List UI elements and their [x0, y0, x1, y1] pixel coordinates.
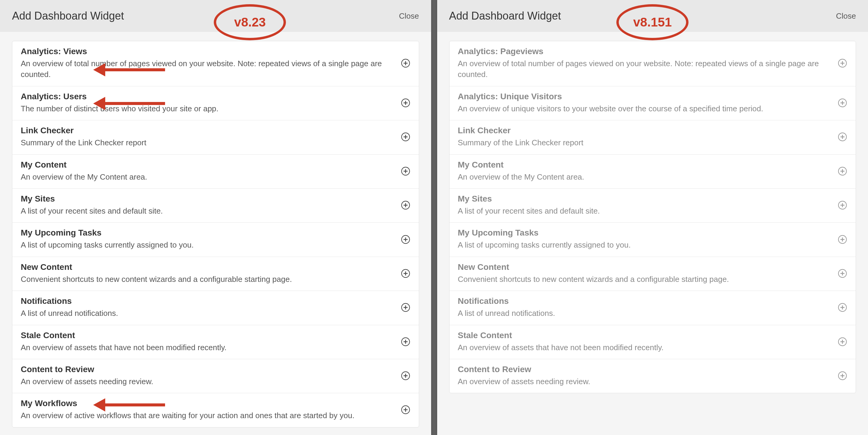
widget-list: Analytics: PageviewsAn overview of total…	[449, 41, 856, 393]
widget-row[interactable]: My SitesA list of your recent sites and …	[12, 188, 419, 223]
modal-header: Add Dashboard Widget Close	[437, 0, 868, 32]
add-circle-icon[interactable]	[401, 337, 410, 347]
widget-title: Content to Review	[21, 365, 395, 374]
add-circle-icon[interactable]	[401, 200, 410, 210]
close-button[interactable]: Close	[836, 11, 856, 21]
widget-row[interactable]: Analytics: Unique VisitorsAn overview of…	[450, 86, 856, 120]
add-circle-icon[interactable]	[838, 269, 847, 278]
widget-text: Analytics: ViewsAn overview of total num…	[21, 47, 395, 80]
add-circle-icon[interactable]	[838, 166, 847, 176]
widget-title: My Upcoming Tasks	[21, 228, 395, 238]
widget-row[interactable]: Stale ContentAn overview of assets that …	[450, 325, 856, 359]
widget-row[interactable]: Analytics: UsersThe number of distinct u…	[12, 86, 419, 120]
add-circle-icon[interactable]	[838, 98, 847, 108]
add-circle-icon[interactable]	[838, 235, 847, 244]
widget-list: Analytics: ViewsAn overview of total num…	[12, 41, 419, 428]
widget-title: Notifications	[21, 296, 395, 306]
widget-row[interactable]: Stale ContentAn overview of assets that …	[12, 325, 419, 359]
add-circle-icon[interactable]	[401, 98, 410, 108]
modal-body: Analytics: ViewsAn overview of total num…	[0, 32, 431, 435]
widget-row[interactable]: Content to ReviewAn overview of assets n…	[12, 359, 419, 393]
add-circle-icon[interactable]	[838, 58, 847, 68]
widget-row[interactable]: Content to ReviewAn overview of assets n…	[450, 359, 856, 393]
widget-text: NotificationsA list of unread notificati…	[458, 296, 832, 319]
widget-text: NotificationsA list of unread notificati…	[21, 296, 395, 319]
widget-row[interactable]: My Upcoming TasksA list of upcoming task…	[12, 223, 419, 257]
add-circle-icon[interactable]	[401, 405, 410, 414]
widget-title: My Workflows	[21, 399, 395, 408]
widget-title: My Upcoming Tasks	[458, 228, 832, 238]
modal-header: Add Dashboard Widget Close	[0, 0, 431, 32]
widget-title: My Content	[458, 160, 832, 170]
widget-text: Content to ReviewAn overview of assets n…	[458, 365, 832, 387]
close-button[interactable]: Close	[399, 11, 419, 21]
add-circle-icon[interactable]	[838, 132, 847, 142]
right-comparison-panel: v8.151 Add Dashboard Widget Close Analyt…	[437, 0, 868, 435]
widget-row[interactable]: My WorkflowsAn overview of active workfl…	[12, 393, 419, 427]
widget-description: An overview of total number of pages vie…	[458, 58, 832, 80]
widget-row[interactable]: Link CheckerSummary of the Link Checker …	[450, 120, 856, 154]
widget-row[interactable]: New ContentConvenient shortcuts to new c…	[450, 257, 856, 291]
widget-title: My Sites	[21, 194, 395, 204]
widget-description: An overview of the My Content area.	[21, 172, 395, 182]
widget-title: New Content	[458, 262, 832, 272]
widget-text: Analytics: Unique VisitorsAn overview of…	[458, 92, 832, 114]
widget-description: Convenient shortcuts to new content wiza…	[21, 274, 395, 285]
widget-text: My ContentAn overview of the My Content …	[458, 160, 832, 182]
widget-row[interactable]: My Upcoming TasksA list of upcoming task…	[450, 223, 856, 257]
widget-description: A list of unread notifications.	[458, 308, 832, 319]
add-circle-icon[interactable]	[401, 269, 410, 278]
modal-title: Add Dashboard Widget	[12, 10, 124, 22]
widget-title: Stale Content	[21, 330, 395, 340]
widget-title: Link Checker	[21, 126, 395, 135]
modal-body: Analytics: PageviewsAn overview of total…	[437, 32, 868, 435]
widget-row[interactable]: My SitesA list of your recent sites and …	[450, 188, 856, 223]
widget-title: Link Checker	[458, 126, 832, 135]
widget-title: My Content	[21, 160, 395, 170]
widget-description: An overview of assets that have not been…	[21, 342, 395, 353]
widget-text: Content to ReviewAn overview of assets n…	[21, 365, 395, 387]
left-comparison-panel: v8.23 Add Dashboard Widget Close Analyti…	[0, 0, 431, 435]
widget-row[interactable]: My ContentAn overview of the My Content …	[450, 155, 856, 188]
add-circle-icon[interactable]	[401, 302, 410, 312]
add-circle-icon[interactable]	[838, 337, 847, 347]
widget-row[interactable]: Analytics: ViewsAn overview of total num…	[12, 41, 419, 86]
widget-description: An overview of assets that have not been…	[458, 342, 832, 353]
widget-description: Summary of the Link Checker report	[21, 137, 395, 148]
widget-row[interactable]: Analytics: PageviewsAn overview of total…	[450, 41, 856, 86]
widget-title: Stale Content	[458, 330, 832, 340]
add-circle-icon[interactable]	[838, 302, 847, 312]
widget-description: An overview of active workflows that are…	[21, 410, 395, 421]
widget-description: Summary of the Link Checker report	[458, 137, 832, 148]
widget-title: New Content	[21, 262, 395, 272]
widget-row[interactable]: NotificationsA list of unread notificati…	[450, 291, 856, 325]
widget-row[interactable]: New ContentConvenient shortcuts to new c…	[12, 257, 419, 291]
widget-text: My SitesA list of your recent sites and …	[21, 194, 395, 216]
widget-row[interactable]: Link CheckerSummary of the Link Checker …	[12, 120, 419, 154]
widget-text: My Upcoming TasksA list of upcoming task…	[21, 228, 395, 250]
widget-text: Analytics: UsersThe number of distinct u…	[21, 92, 395, 114]
widget-row[interactable]: NotificationsA list of unread notificati…	[12, 291, 419, 325]
widget-description: A list of your recent sites and default …	[21, 205, 395, 216]
widget-text: New ContentConvenient shortcuts to new c…	[21, 262, 395, 285]
add-circle-icon[interactable]	[401, 166, 410, 176]
widget-text: My Upcoming TasksA list of upcoming task…	[458, 228, 832, 250]
add-circle-icon[interactable]	[401, 371, 410, 381]
widget-text: My WorkflowsAn overview of active workfl…	[21, 399, 395, 421]
widget-row[interactable]: My ContentAn overview of the My Content …	[12, 155, 419, 188]
widget-description: Convenient shortcuts to new content wiza…	[458, 274, 832, 285]
add-circle-icon[interactable]	[838, 371, 847, 381]
add-circle-icon[interactable]	[838, 200, 847, 210]
add-circle-icon[interactable]	[401, 132, 410, 142]
widget-text: Stale ContentAn overview of assets that …	[458, 330, 832, 353]
widget-description: The number of distinct users who visited…	[21, 103, 395, 114]
widget-title: Analytics: Pageviews	[458, 47, 832, 56]
widget-title: Analytics: Unique Visitors	[458, 92, 832, 102]
add-circle-icon[interactable]	[401, 58, 410, 68]
add-circle-icon[interactable]	[401, 235, 410, 244]
widget-description: A list of upcoming tasks currently assig…	[21, 239, 395, 250]
widget-text: Link CheckerSummary of the Link Checker …	[458, 126, 832, 148]
widget-description: An overview of unique visitors to your w…	[458, 103, 832, 114]
widget-description: A list of unread notifications.	[21, 308, 395, 319]
widget-text: Link CheckerSummary of the Link Checker …	[21, 126, 395, 148]
